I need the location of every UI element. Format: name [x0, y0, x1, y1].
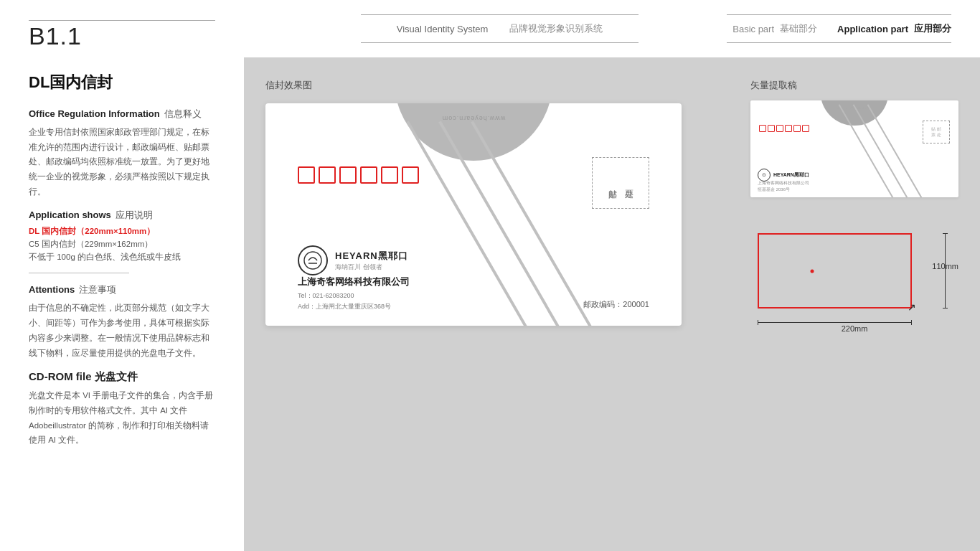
- dimension-diagram: ↗ 110mm 220mm: [750, 219, 958, 352]
- app-item-red: DL 国内信封（220mm×110mm）: [29, 226, 215, 237]
- company-name: 上海奇客网络科技有限公司: [298, 276, 410, 288]
- section1-body: 企业专用信封依照国家邮政管理部门规定，在标准允许的范围内进行设计，邮政编码框、贴…: [29, 125, 215, 199]
- envelope-stamp-area: 贴 邮 票 处: [592, 157, 649, 209]
- section-app: Application shows 应用说明 DL 国内信封（220mm×110…: [29, 209, 215, 263]
- dim-cursor: ↗: [908, 301, 916, 313]
- nav-vis-cn: 品牌视觉形象识别系统: [509, 22, 603, 35]
- mini-postal-boxes: [759, 125, 809, 132]
- preview-section: 矢量提取稿 www.heyearn.com 贴 邮票 处: [750, 79, 958, 529]
- company-tel: Tel：021-62083200: [298, 291, 410, 301]
- postal-box-1: [298, 166, 315, 184]
- mini-stripe-2: [853, 104, 910, 197]
- mini-stamp: 贴 邮票 处: [923, 121, 950, 143]
- nav-app-cn: 应用部分: [914, 22, 951, 35]
- postal-box-4: [360, 166, 377, 184]
- postal-box-6: [402, 166, 419, 184]
- sidebar: DL国内信封 Office Regulation Information 信息释…: [0, 57, 244, 551]
- envelope-flap: [395, 103, 552, 161]
- section2-title-en: Application shows: [29, 209, 111, 220]
- company-info: 上海奇客网络科技有限公司 Tel：021-62083200 Add：上海闸北大量…: [298, 276, 410, 311]
- envelope-section: 信封效果图 www.heyearn.com: [265, 79, 729, 529]
- section3-title-en: Attentions: [29, 284, 75, 295]
- section2-title-cn: 应用说明: [116, 209, 153, 222]
- dim-box: ↗: [758, 233, 912, 309]
- section3-body: 由于信息的不确定性，此页部分规范（如文字大小、间距等）可作为参考使用，具体可根据…: [29, 301, 215, 360]
- postal-box-3: [339, 166, 357, 184]
- right-nav: Basic part 基础部分 Application part 应用部分: [727, 14, 951, 43]
- sidebar-divider: [29, 273, 129, 273]
- dim-label-height: 110mm: [932, 262, 958, 270]
- page-code: B1.1: [29, 8, 273, 50]
- envelope-mockup: www.heyearn.com 贴 邮: [265, 103, 682, 326]
- dim-label-width: 220mm: [842, 324, 868, 333]
- mini-stripe-3: [867, 104, 924, 197]
- section3-title-cn: 注意事项: [79, 283, 116, 296]
- dim-line-bottom: [758, 322, 912, 323]
- postal-box-2: [319, 166, 336, 184]
- main-layout: DL国内信封 Office Regulation Information 信息释…: [0, 57, 980, 551]
- app-item-2: C5 国内信封（229mm×162mm）: [29, 239, 215, 250]
- app-item-3: 不低于 100g 的白色纸、浅色纸或牛皮纸: [29, 252, 215, 263]
- company-addr: Add：上海闸北大量重庆区368号: [298, 302, 410, 311]
- section1-title-en: Office Regulation Information: [29, 108, 160, 119]
- mini-envelope: www.heyearn.com 贴 邮票 处: [750, 100, 958, 197]
- section4-title: CD-ROM file 光盘文件: [29, 370, 215, 384]
- page-title-text: DL国内信封: [29, 72, 215, 93]
- section4-body: 光盘文件是本 VI 手册电子文件的集合，内含手册制作时的专用软件格式文件。其中 …: [29, 388, 215, 448]
- svg-point-0: [304, 252, 321, 269]
- nav-vis-en: Visual Identity System: [397, 24, 489, 34]
- section-attentions: Attentions 注意事项 由于信息的不确定性，此页部分规范（如文字大小、间…: [29, 283, 215, 360]
- center-nav: Visual Identity System 品牌视觉形象识别系统: [273, 14, 727, 43]
- logo-circle: [298, 245, 328, 276]
- mini-company: 上海奇客网络科技有限公司 恒基基金 2036号: [758, 180, 809, 193]
- postal-box-5: [381, 166, 398, 184]
- envelope-label: 信封效果图: [265, 79, 729, 92]
- dim-dot: [810, 269, 814, 273]
- envelope-logo-area: HEYARN黑耶口 海纳百川 创领者: [298, 245, 408, 276]
- logo-sub: 海纳百川 创领者: [335, 263, 408, 272]
- dim-line-right: [945, 233, 946, 309]
- envelope-postal-boxes: [298, 166, 419, 184]
- vector-label: 矢量提取稿: [750, 79, 958, 92]
- section-cdrom: CD-ROM file 光盘文件 光盘文件是本 VI 手册电子文件的集合，内含手…: [29, 370, 215, 448]
- logo-svg: [303, 250, 323, 270]
- page-code-text: B1.1: [29, 22, 273, 50]
- header-top-line: [29, 20, 215, 21]
- page-title: DL国内信封: [29, 72, 215, 93]
- nav-basic-cn: 基础部分: [780, 22, 831, 35]
- stripe-3: [471, 121, 595, 326]
- nav-basic-en: Basic part: [727, 24, 780, 34]
- postal-code-bottom: 邮政编码：200001: [583, 299, 649, 310]
- section-info: Office Regulation Information 信息释义 企业专用信…: [29, 108, 215, 199]
- content-area: 信封效果图 www.heyearn.com: [244, 57, 980, 551]
- section1-title-cn: 信息释义: [164, 108, 202, 121]
- logo-name: HEYARN黑耶口: [335, 250, 408, 263]
- nav-app-en: Application part: [831, 24, 914, 34]
